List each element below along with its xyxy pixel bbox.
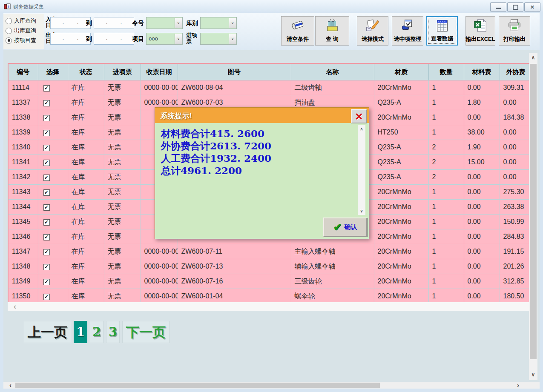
scroll-down-icon[interactable]: ∨ [358,209,365,213]
outbound-date-to-input[interactable]: · · [94,33,134,45]
cell-id: 11338 [8,110,38,125]
cell-select: ✓ [38,259,68,274]
cell-qty: 1 [428,185,464,200]
cell-material-fee: 0.00 [464,259,500,274]
cell-name: 二级齿轴 [291,80,374,95]
scroll-left-icon[interactable]: ‹ [9,381,11,389]
scroll-down-icon[interactable]: ∨ [529,372,537,378]
confirm-button[interactable]: ✔ 确认 [323,217,367,237]
radio-icon [6,18,12,24]
dialog-scrollbar[interactable]: ∧ ∨ [358,125,365,215]
chevron-down-icon[interactable]: ∨ [175,18,182,28]
chevron-down-icon[interactable]: ∨ [175,34,182,44]
row-checkbox[interactable]: ✓ [43,145,50,151]
scroll-right-icon[interactable]: › [517,381,519,389]
grand-total: 总计4961. 2200 [161,164,348,177]
select-mode-button[interactable]: 选择模式 [357,16,388,46]
horizontal-scrollbar-thumb[interactable] [15,383,380,388]
vertical-scrollbar[interactable]: ∧ ∨ [529,53,537,380]
clear-conditions-button[interactable]: 清空条件 [281,16,314,46]
dialog-titlebar: 系统提示! ✕ [155,108,369,123]
row-checkbox[interactable]: ✓ [43,249,50,255]
vertical-scrollbar-thumb[interactable] [530,64,537,359]
export-excel-button[interactable]: 输出EXCEL [465,16,495,46]
prev-page-button[interactable]: 上一页 [24,321,71,343]
input-invoice-dropdown[interactable]: ∨ [200,33,237,45]
row-checkbox[interactable]: ✓ [43,130,50,136]
query-button[interactable]: 查 询 [315,16,349,46]
radio-outbound-query[interactable]: 出库查询 [6,27,36,34]
row-checkbox[interactable]: ✓ [43,85,50,92]
row-checkbox[interactable]: ✓ [43,264,50,270]
cell-id: 11348 [8,259,38,274]
project-dropdown[interactable]: ooo ∨ [146,33,183,45]
cell-select: ✓ [38,244,68,259]
scroll-up-icon[interactable]: ∧ [358,126,365,131]
grid-horizontal-scrollbar[interactable]: ‹ [8,302,529,311]
row-checkbox[interactable]: ✓ [43,234,50,240]
cell-qty: 1 [428,200,464,215]
organize-selected-button[interactable]: 选中项整理 [392,16,423,46]
row-checkbox[interactable]: ✓ [43,204,50,211]
cell-select: ✓ [38,170,68,185]
warehouse-label: 库别 [186,20,198,27]
inbound-date-from-input[interactable]: · · [50,17,91,29]
cell-material-fee: 1.80 [464,95,500,110]
close-button[interactable]: ✕ [524,2,540,12]
radio-by-project[interactable]: 按项目查 [6,37,36,44]
cell-qty: 1 [428,110,464,125]
project-label: 项目 [132,35,144,43]
cell-status: 在库 [68,244,104,259]
scroll-up-icon[interactable]: ∧ [529,54,537,60]
cell-outsource-fee: 0.00 [500,140,529,155]
chevron-down-icon[interactable]: ∨ [229,18,236,28]
cell-material-fee: 0.00 [464,110,500,125]
next-page-button[interactable]: 下一页 [122,321,170,343]
inbound-date-to-input[interactable]: · · [94,17,134,29]
confirm-label: 确认 [345,223,357,231]
row-checkbox[interactable]: ✓ [43,294,50,300]
row-checkbox[interactable]: ✓ [43,160,50,166]
chevron-down-icon[interactable]: ∨ [229,34,236,44]
scroll-left-icon[interactable]: ‹ [14,303,16,310]
button-label: 输出EXCEL [465,35,495,43]
page-button-2[interactable]: 2 [90,321,103,343]
row-checkbox[interactable]: ✓ [43,115,50,121]
page-button-3[interactable]: 3 [106,321,120,343]
view-data-button[interactable]: 查看数据 [426,16,458,46]
checkmark-icon: ✔ [333,222,342,232]
outbound-date-from-input[interactable]: · · [50,33,91,45]
cell-id: 11341 [8,155,38,170]
warehouse-dropdown[interactable]: ∨ [200,17,237,29]
cell-status: 在库 [68,95,104,110]
cell-material-fee: 0.00 [464,289,500,303]
order-number-dropdown[interactable]: ∨ [146,17,183,29]
cell-invoice: 无票 [104,95,141,110]
radio-inbound-query[interactable]: 入库查询 [6,17,36,25]
cell-outsource-fee: 0.00 [500,170,529,185]
row-checkbox[interactable]: ✓ [43,175,50,181]
maximize-button[interactable] [507,2,523,12]
row-checkbox[interactable]: ✓ [43,189,50,196]
minimize-button[interactable] [490,2,506,12]
cell-drawing-no: ZW600-07-11 [178,244,291,259]
row-checkbox[interactable]: ✓ [43,219,50,226]
radio-icon [6,28,12,34]
print-output-button[interactable]: 打印输出 [499,16,530,46]
app-icon [4,3,11,10]
button-label: 查 询 [326,35,339,43]
row-checkbox[interactable]: ✓ [43,279,50,285]
header-select: 选择 [38,63,68,80]
pagination: 上一页 1 2 3 下一页 [24,321,170,343]
radio-label: 出库查询 [14,27,36,34]
cell-outsource-fee: 275.30 [500,185,529,200]
cell-material: Q235-A [374,140,428,155]
page-button-1[interactable]: 1 [74,321,87,343]
cell-outsource-fee: 180.50 [500,289,529,303]
close-x-icon: ✕ [355,112,363,121]
dialog-close-button[interactable]: ✕ [351,109,367,123]
window-horizontal-scrollbar[interactable]: ‹ › [3,382,540,389]
header-material: 材质 [374,63,428,80]
cell-outsource-fee: 0.00 [500,155,529,170]
row-checkbox[interactable]: ✓ [43,100,50,106]
